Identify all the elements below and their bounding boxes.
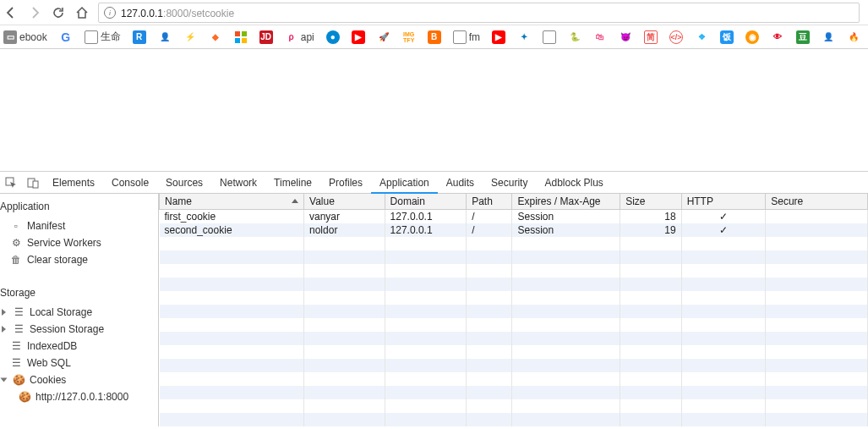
tab-elements[interactable]: Elements [44, 172, 103, 194]
bookmarks-bar: ▭ebook G 生命 R 👤 ⚡ ◆ JD ρapi ● ▶ 🚀 IMGTFY… [0, 25, 868, 49]
tab-timeline[interactable]: Timeline [265, 172, 320, 194]
storage-icon: ☰ [13, 323, 25, 335]
bookmark-ebook[interactable]: ▭ebook [3, 30, 47, 44]
table-row [160, 413, 868, 426]
cookies-table-pane: Name Value Domain Path Expires / Max-Age… [159, 194, 868, 426]
bookmark-fm[interactable]: fm [453, 30, 480, 44]
back-button[interactable] [3, 5, 19, 20]
bookmark-icon-2[interactable]: 👤 [158, 30, 172, 44]
svg-rect-1 [242, 31, 247, 36]
sidebar-section-application: Application [0, 194, 158, 217]
bookmark-icon-4[interactable]: ● [326, 30, 340, 44]
bookmark-icon-3[interactable]: ⚡ [183, 30, 197, 44]
omnibox[interactable]: i 127.0.0.1:8000/setcookie [98, 3, 860, 23]
bookmark-icon-1[interactable]: R [133, 30, 146, 44]
col-http[interactable]: HTTP [681, 194, 766, 210]
table-row [160, 332, 868, 345]
expand-icon [2, 326, 6, 333]
bookmark-imgtfy[interactable]: IMGTFY [402, 30, 416, 44]
gear-icon: ⚙ [10, 237, 22, 249]
table-row [160, 372, 868, 386]
sidebar-item-cookies[interactable]: 🍪Cookies [0, 371, 158, 388]
db-icon: ☰ [10, 340, 22, 352]
page-content [0, 49, 868, 171]
devtools-panel: Elements Console Sources Network Timelin… [0, 171, 868, 426]
sidebar-section-storage: Storage [0, 280, 158, 304]
bookmark-fire[interactable]: 🔥 [847, 30, 860, 44]
bookmark-icon-7[interactable]: 🛍 [593, 30, 607, 44]
col-size[interactable]: Size [620, 194, 681, 210]
table-row [160, 345, 868, 359]
application-sidebar: Application ▫Manifest ⚙Service Workers 🗑… [0, 194, 159, 426]
tab-audits[interactable]: Audits [438, 172, 483, 194]
bookmark-blogger[interactable]: B [428, 30, 441, 44]
bookmark-google[interactable]: G [59, 30, 73, 44]
tab-sources[interactable]: Sources [157, 172, 211, 194]
sidebar-item-manifest[interactable]: ▫Manifest [0, 217, 158, 234]
bookmark-jian[interactable]: 简 [644, 30, 658, 44]
bookmark-icon-9[interactable]: ❖ [695, 30, 708, 44]
sidebar-item-local-storage[interactable]: ☰Local Storage [0, 304, 158, 321]
table-row [160, 278, 868, 291]
bookmark-gitlab[interactable]: ◆ [209, 30, 222, 44]
table-row [160, 237, 868, 250]
device-icon[interactable] [22, 172, 44, 194]
cookies-table: Name Value Domain Path Expires / Max-Age… [159, 194, 868, 426]
info-icon[interactable]: i [104, 7, 116, 19]
inspect-icon[interactable] [0, 172, 22, 194]
devtools-tabbar: Elements Console Sources Network Timelin… [0, 172, 868, 194]
col-path[interactable]: Path [467, 194, 512, 210]
sidebar-item-indexeddb[interactable]: ☰IndexedDB [0, 338, 158, 355]
bookmark-youtube[interactable]: ▶ [352, 30, 365, 44]
table-row [160, 250, 868, 264]
col-value[interactable]: Value [304, 194, 385, 210]
tab-network[interactable]: Network [211, 172, 265, 194]
tab-profiles[interactable]: Profiles [320, 172, 371, 194]
sidebar-item-clear-storage[interactable]: 🗑Clear storage [0, 251, 158, 268]
bookmark-icon-10[interactable]: ◉ [745, 30, 759, 44]
sidebar-item-session-storage[interactable]: ☰Session Storage [0, 321, 158, 338]
col-name[interactable]: Name [160, 194, 304, 210]
address-bar: i 127.0.0.1:8000/setcookie [0, 0, 868, 25]
bookmark-ele[interactable]: 饭 [720, 30, 734, 44]
bookmark-icon-5[interactable]: ✦ [517, 30, 531, 44]
expand-icon [2, 309, 6, 316]
table-row [160, 359, 868, 372]
table-row [160, 264, 868, 278]
tab-application[interactable]: Application [371, 172, 438, 194]
bookmark-ms[interactable] [234, 30, 248, 44]
tab-security[interactable]: Security [483, 172, 536, 194]
bookmark-yt2[interactable]: ▶ [492, 30, 505, 44]
col-domain[interactable]: Domain [385, 194, 467, 210]
sidebar-item-service-workers[interactable]: ⚙Service Workers [0, 234, 158, 251]
bookmark-icon-6[interactable] [543, 30, 556, 44]
tab-adblock[interactable]: Adblock Plus [536, 172, 611, 194]
bookmark-python[interactable]: 🐍 [568, 30, 581, 44]
home-button[interactable] [74, 5, 90, 20]
bookmark-code[interactable]: </> [669, 30, 683, 44]
forward-button[interactable] [27, 5, 42, 20]
bookmark-weibo[interactable]: 👁 [771, 30, 784, 44]
bookmark-jd[interactable]: JD [259, 30, 273, 44]
tab-console[interactable]: Console [103, 172, 157, 194]
bookmark-icon-11[interactable]: 👤 [822, 30, 835, 44]
table-row [160, 305, 868, 318]
storage-icon: ☰ [13, 306, 25, 318]
bookmark-douban[interactable]: 豆 [796, 30, 810, 44]
col-expires[interactable]: Expires / Max-Age [512, 194, 620, 210]
document-icon: ▫ [10, 220, 22, 232]
sidebar-item-websql[interactable]: ☰Web SQL [0, 355, 158, 371]
table-row[interactable]: first_cookievanyar127.0.0.1/Session18✓ [160, 210, 868, 224]
bookmark-icon-8[interactable]: 😈 [619, 30, 632, 44]
cookie-icon: 🍪 [13, 374, 25, 386]
cookie-icon: 🍪 [19, 391, 30, 403]
svg-rect-2 [235, 38, 240, 43]
expand-icon [1, 378, 8, 382]
col-secure[interactable]: Secure [766, 194, 868, 210]
reload-button[interactable] [51, 5, 66, 20]
bookmark-rocket[interactable]: 🚀 [377, 30, 390, 44]
bookmark-api[interactable]: ρapi [285, 30, 314, 44]
bookmark-life[interactable]: 生命 [85, 30, 121, 44]
sidebar-cookie-origin[interactable]: 🍪http://127.0.0.1:8000 [0, 388, 158, 405]
table-row[interactable]: second_cookienoldor127.0.0.1/Session19✓ [160, 223, 868, 237]
